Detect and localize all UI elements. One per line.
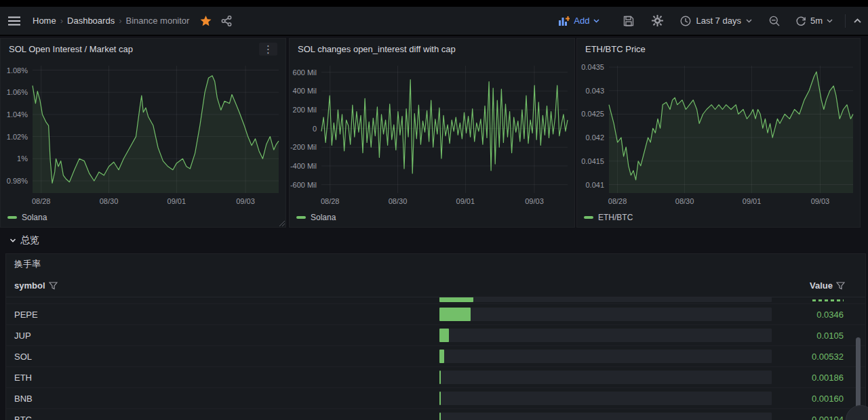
filter-icon[interactable] [836,282,845,290]
x-axis-labels: 08/2808/3009/0109/03 [609,197,853,208]
chevron-down-icon [827,19,833,23]
column-header-value[interactable]: Value [810,280,857,291]
y-tick-label: 1.08% [7,66,28,75]
panel-menu-icon[interactable]: ⋮ [259,43,277,56]
cell-value: 0.00160 [812,394,844,404]
chevron-down-icon [593,19,599,23]
timeseries-chart[interactable]: 600 Mil400 Mil200 Mil0-200 Mil-400 Mil-6… [290,59,574,227]
save-dashboard-icon[interactable] [614,16,643,26]
x-axis-labels: 08/2808/3009/0109/03 [33,197,279,208]
y-tick-label: 1.04% [7,110,28,119]
panel-header[interactable]: ETH/BTC Price [577,39,860,59]
table-row[interactable]: BTC0.00104 [6,409,865,420]
add-button[interactable]: Add [559,16,599,26]
refresh-interval-label[interactable]: 5m [810,16,823,26]
y-tick-label: 0.043 [585,87,604,95]
y-tick-label: 1% [17,154,28,163]
y-tick-label: 1.06% [7,88,28,96]
table-row-partial[interactable] [6,297,865,304]
time-range-picker[interactable]: Last 7 days [672,16,760,26]
panel-ethbtc-price: ETH/BTC Price 0.04350.0430.04250.0420.04… [576,38,861,228]
breadcrumb-separator: › [119,16,121,26]
x-tick-label: 08/30 [389,197,408,205]
y-tick-label: -400 Mil [290,162,317,170]
cell-value: 0.0105 [816,331,844,341]
x-tick-label: 09/03 [525,197,544,205]
cell-value: 0.0346 [816,310,844,320]
panel-header[interactable]: SOL Open Interest / Market cap ⋮ [1,39,285,59]
y-tick-label: 400 Mil [293,87,317,95]
filter-icon[interactable] [49,282,58,290]
legend-item[interactable]: ETH/BTC [584,211,633,224]
scroll-to-top-icon[interactable] [851,18,868,23]
gauge-track [439,371,772,384]
legend-label[interactable]: Solana [22,213,47,222]
chevron-down-icon [9,238,16,243]
panel-header[interactable]: SOL changes open_interest diff with cap [290,39,574,59]
x-tick-label: 09/03 [236,197,255,205]
y-tick-label: -600 Mil [290,181,317,189]
menu-icon[interactable] [8,16,20,26]
y-tick-label: 600 Mil [293,68,317,77]
gauge-bar [439,350,444,363]
panel-title[interactable]: SOL Open Interest / Market cap [9,44,133,54]
table-row[interactable]: SOL0.00532 [6,346,865,367]
table-scrollbar-thumb[interactable] [856,337,861,416]
legend-item[interactable]: Solana [296,211,336,224]
table-row[interactable]: ETH0.00186 [6,367,865,388]
breadcrumb-separator: › [60,16,63,26]
panel-title[interactable]: SOL changes open_interest diff with cap [298,44,456,54]
y-axis-labels: 600 Mil400 Mil200 Mil0-200 Mil-400 Mil-6… [290,66,318,193]
favorite-star-icon[interactable] [200,16,212,26]
gauge-track [439,329,772,342]
breadcrumb-home[interactable]: Home [33,16,56,26]
panel-title[interactable]: 换手率 [6,254,865,274]
y-tick-label: 0 [313,125,317,133]
breadcrumb-dashboards[interactable]: Dashboards [67,16,115,26]
column-label: Value [810,280,833,291]
column-header-symbol[interactable]: symbol [14,280,58,291]
y-tick-label: 0.0425 [581,110,604,118]
panel-title[interactable]: ETH/BTC Price [585,44,646,54]
table-row[interactable]: JUP0.0105 [6,325,865,346]
x-tick-label: 08/28 [608,197,627,205]
navbar-divider [845,14,846,28]
clock-icon [680,16,691,26]
cell-value: 0.00532 [812,352,844,362]
chevron-down-icon [746,19,752,23]
row-section-overview[interactable]: 总览 [9,234,39,247]
legend-swatch [584,216,593,219]
dashboard-settings-gear-icon[interactable] [643,15,672,26]
refresh-icon[interactable] [795,16,806,26]
refresh-controls[interactable]: 5m [789,16,840,26]
table-body[interactable]: PEPE0.0346JUP0.0105SOL0.00532ETH0.00186B… [6,297,865,420]
x-tick-label: 09/01 [456,197,475,205]
x-tick-label: 08/30 [100,197,119,205]
timeseries-chart[interactable]: 1.08%1.06%1.04%1.02%1%0.98% 08/2808/3009… [1,59,285,227]
share-icon[interactable] [221,16,232,26]
legend-label[interactable]: Solana [311,213,336,222]
legend-swatch [7,216,17,219]
legend-label[interactable]: ETH/BTC [598,213,633,222]
legend-swatch [296,216,306,219]
add-button-label: Add [574,16,589,26]
window-top-strip [0,0,868,7]
y-tick-label: 0.98% [7,177,28,185]
table-row[interactable]: PEPE0.0346 [6,304,865,325]
table-row[interactable]: BNB0.00160 [6,388,865,409]
cell-symbol: PEPE [14,310,38,320]
legend-item[interactable]: Solana [7,211,47,224]
panel-sol-open-interest: SOL Open Interest / Market cap ⋮ 1.08%1.… [0,38,286,228]
y-tick-label: 0.042 [585,133,604,142]
cell-value: 0.00186 [812,373,844,383]
table-header-row: symbol Value [6,274,865,297]
x-tick-label: 08/30 [675,197,694,205]
row-section-label[interactable]: 总览 [20,234,39,247]
zoom-out-time-icon[interactable] [760,16,789,26]
timeseries-chart[interactable]: 0.04350.0430.04250.0420.04150.041 08/280… [577,59,860,227]
cell-symbol: SOL [14,352,32,362]
x-tick-label: 09/01 [167,197,186,205]
x-axis-labels: 08/2808/3009/0109/03 [321,197,568,208]
cell-symbol: JUP [14,331,31,341]
cell-symbol: ETH [14,373,32,383]
